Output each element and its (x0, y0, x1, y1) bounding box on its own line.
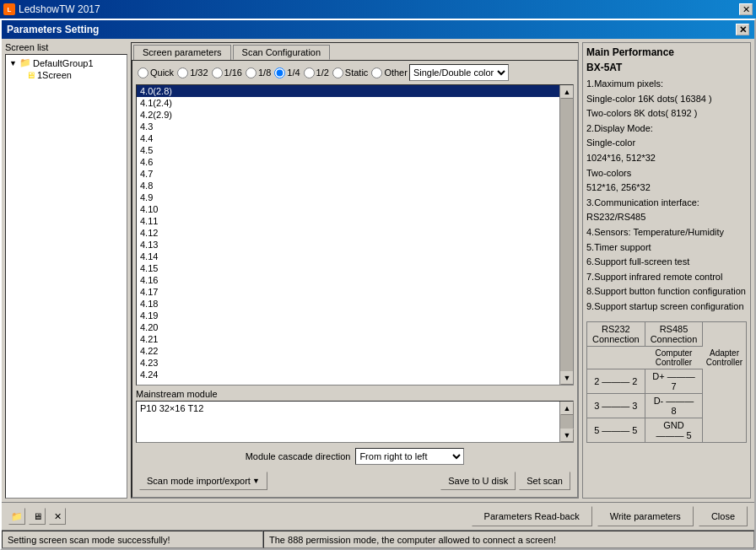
tab-screen-params[interactable]: Screen parameters (133, 45, 231, 60)
perf-text: 1.Maximum pixels: Single-color 16K dots(… (586, 77, 747, 315)
list-item[interactable]: 4.4 (137, 132, 573, 144)
list-item[interactable]: 4.10 (137, 203, 573, 215)
perf-item: 8.Support button function configuration (586, 284, 747, 299)
perf-item: 7.Support infrared remote control (586, 270, 747, 285)
dialog-close-btn[interactable]: ✕ (736, 24, 749, 35)
perf-item: 5.Timer support (586, 240, 747, 256)
status-bar: Setting screen scan mode successfully! T… (2, 530, 754, 548)
module-scroll-down[interactable]: ▼ (560, 429, 574, 442)
dialog-title-bar: Parameters Setting ✕ (2, 20, 754, 39)
list-item[interactable]: 4.8 (137, 180, 573, 191)
conn-row2-left: 3 ——— 3 (587, 393, 645, 418)
radio-1-4[interactable]: 1/4 (273, 67, 300, 78)
performance-box: Main Performance BX-5AT 1.Maximum pixels… (582, 42, 751, 499)
save-u-disk-btn[interactable]: Save to U disk (440, 472, 516, 490)
conn-row3-left: 5 ——— 5 (587, 418, 645, 442)
radio-other[interactable]: Other (370, 67, 408, 78)
tree-group[interactable]: ▼ 📁 DefaultGroup1 (8, 57, 125, 69)
list-item[interactable]: 4.15 (137, 262, 573, 274)
radio-1-8[interactable]: 1/8 (244, 67, 271, 78)
perf-item: Two-colors (586, 166, 747, 181)
screen-icon: 🖥 (26, 70, 35, 80)
list-item[interactable]: 4.21 (137, 333, 573, 345)
taskbar-btn-close[interactable]: ✕ (49, 508, 66, 525)
conn-computer-label: Computer Controller (645, 346, 703, 369)
radio-1-16[interactable]: 1/16 (210, 67, 242, 78)
list-item[interactable]: 4.2(2.9) (137, 109, 573, 121)
bottom-buttons: Scan mode import/export ▼ Save to U disk… (136, 468, 574, 493)
close-btn[interactable]: Close (699, 506, 748, 526)
list-item[interactable]: 4.23 (137, 357, 573, 369)
screen-list-label: Screen list (5, 42, 127, 52)
set-scan-btn[interactable]: Set scan (519, 472, 570, 490)
perf-item: 512*16, 256*32 (586, 181, 747, 196)
list-item[interactable]: 4.3 (137, 121, 573, 132)
right-panel: Main Performance BX-5AT 1.Maximum pixels… (582, 42, 751, 499)
perf-item: Two-colors 8K dots( 8192 ) (586, 106, 747, 121)
cascade-row: Module cascade direction From right to l… (136, 448, 574, 465)
list-item[interactable]: 4.18 (137, 298, 573, 310)
connection-table: RS232Connection RS485Connection Computer… (586, 321, 747, 443)
tree-group-label: DefaultGroup1 (33, 58, 94, 68)
perf-item: 6.Support full-screen test (586, 255, 747, 270)
app-close-btn[interactable]: ✕ (739, 3, 753, 15)
perf-title: Main Performance (586, 46, 747, 58)
scan-list: 4.0(2.8)4.1(2.4)4.2(2.9)4.34.44.54.64.74… (136, 84, 574, 386)
taskbar-btn-screen[interactable]: 🖥 (29, 508, 46, 525)
list-scroll-down[interactable]: ▼ (560, 371, 574, 385)
list-item[interactable]: 4.22 (137, 345, 573, 357)
list-item[interactable]: 4.9 (137, 191, 573, 203)
radio-static[interactable]: Static (331, 67, 369, 78)
cascade-select[interactable]: From right to leftFrom left to rightFrom… (355, 448, 464, 465)
import-export-label: Scan mode import/export (147, 476, 251, 486)
perf-item: Single-color (586, 136, 747, 151)
tab-scan-config[interactable]: Scan Configuration (233, 45, 331, 60)
taskbar-btn-folder[interactable]: 📁 (8, 508, 25, 525)
list-item[interactable]: 4.24 (137, 369, 573, 380)
list-item[interactable]: 4.11 (137, 215, 573, 227)
write-params-btn[interactable]: Write parameters (597, 506, 694, 526)
list-item[interactable]: 4.16 (137, 274, 573, 286)
screen-tree: ▼ 📁 DefaultGroup1 🖥 1Screen (5, 54, 127, 499)
list-item[interactable]: 4.1(2.4) (137, 97, 573, 109)
params-readback-btn[interactable]: Parameters Read-back (472, 506, 592, 526)
folder-icon: 📁 (19, 57, 31, 68)
perf-item: 4.Sensors: Temperature/Humidity (586, 225, 747, 240)
module-scroll-up[interactable]: ▲ (560, 402, 574, 415)
perf-item: 9.Support startup screen configuration (586, 299, 747, 315)
list-item[interactable]: 4.7 (137, 168, 573, 180)
radio-1-2[interactable]: 1/2 (302, 67, 329, 78)
conn-row1-right: D+ ——— 7 (645, 369, 703, 393)
conn-col-rs485: RS485Connection (645, 321, 703, 346)
radio-quick[interactable]: Quick (136, 67, 174, 78)
radio-1-32[interactable]: 1/32 (176, 67, 208, 78)
perf-item: 2.Display Mode: (586, 121, 747, 137)
left-panel: Screen list ▼ 📁 DefaultGroup1 🖥 1Screen (5, 42, 127, 499)
import-export-btn[interactable]: Scan mode import/export ▼ (139, 472, 267, 490)
perf-item: 1.Maximum pixels: (586, 77, 747, 92)
dropdown-arrow-icon: ▼ (252, 477, 260, 485)
module-scroll-track (560, 415, 573, 429)
list-item[interactable]: 4.13 (137, 239, 573, 251)
cascade-label: Module cascade direction (246, 451, 351, 461)
perf-item: 1024*16, 512*32 (586, 151, 747, 166)
title-bar: L LedshowTW 2017 ✕ (0, 0, 756, 19)
list-item[interactable]: 4.5 (137, 144, 573, 156)
module-value: P10 32×16 T12 (137, 402, 573, 415)
list-item[interactable]: 4.6 (137, 156, 573, 168)
list-item[interactable]: 4.17 (137, 286, 573, 298)
list-item[interactable]: 4.20 (137, 321, 573, 333)
conn-row2-right: D- ——— 8 (645, 393, 703, 418)
list-item[interactable]: 4.0(2.8) (137, 85, 573, 97)
list-item[interactable]: 4.12 (137, 227, 573, 239)
scan-list-inner[interactable]: 4.0(2.8)4.1(2.4)4.2(2.9)4.34.44.54.64.74… (137, 85, 573, 385)
list-item[interactable]: 4.19 (137, 310, 573, 321)
conn-col-rs232: RS232Connection (587, 321, 645, 346)
list-item[interactable]: 4.14 (137, 251, 573, 262)
content-area: Screen list ▼ 📁 DefaultGroup1 🖥 1Screen … (2, 39, 754, 502)
footer-area: 📁 🖥 ✕ Parameters Read-back Write paramet… (2, 502, 754, 530)
tab-content-scan: Quick 1/32 1/16 1/8 1/4 1 (132, 60, 578, 498)
color-select[interactable]: Single/Double colorFull color (409, 64, 509, 81)
tree-screen[interactable]: 🖥 1Screen (24, 69, 125, 81)
list-scroll-up[interactable]: ▲ (560, 85, 574, 99)
